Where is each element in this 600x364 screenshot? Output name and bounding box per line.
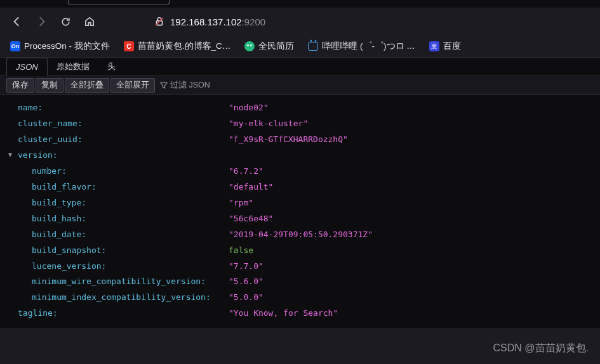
json-row[interactable]: build_type:"rpm" (6, 195, 594, 211)
json-row[interactable]: ▼version: (6, 148, 594, 164)
expand-all-button[interactable]: 全部展开 (110, 78, 155, 93)
json-value: "default" (229, 179, 273, 195)
json-value: "f_X9sR-GTfCXHARRDozzhQ" (229, 132, 348, 148)
svg-line-1 (156, 18, 163, 25)
json-value: "2019-04-29T09:05:50.290371Z" (229, 227, 373, 243)
json-key: name (18, 100, 37, 116)
bookmark-csdn[interactable]: C 苗苗奶黄包.的博客_C… (124, 41, 231, 52)
bookmark-label: 苗苗奶黄包.的博客_C… (138, 41, 231, 52)
json-value: "5.0.0" (229, 290, 263, 306)
watermark: CSDN @苗苗奶黄包. (493, 342, 589, 355)
json-row[interactable]: lucene_version:"7.7.0" (6, 259, 594, 275)
json-row[interactable]: minimum_wire_compatibility_version:"5.6.… (6, 274, 594, 290)
csdn-icon: C (124, 41, 134, 51)
json-key: build_snapshot (32, 243, 102, 259)
json-row[interactable]: tagline:"You Know, for Search" (6, 306, 594, 322)
bookmark-bilibili[interactable]: 哔哩哔哩 (゜-゜)つロ … (308, 41, 415, 52)
json-key: cluster_uuid (18, 132, 77, 148)
resume-icon (244, 41, 255, 51)
json-key: lucene_version (32, 259, 102, 275)
json-row[interactable]: build_date:"2019-04-29T09:05:50.290371Z" (6, 227, 594, 243)
json-key: minimum_wire_compatibility_version (32, 274, 201, 290)
collapse-toggle[interactable]: ▼ (6, 148, 14, 164)
json-key: number (32, 164, 62, 179)
bookmarks-bar: On ProcessOn - 我的文件 C 苗苗奶黄包.的博客_C… 全民简历 … (0, 36, 600, 57)
save-button[interactable]: 保存 (6, 78, 34, 93)
active-tab-outline (68, 0, 170, 4)
json-value: "rpm" (229, 195, 253, 211)
json-key: build_type (32, 195, 81, 211)
forward-button[interactable] (30, 11, 52, 32)
json-key: build_hash (32, 211, 81, 227)
back-button[interactable] (6, 11, 28, 32)
json-key: cluster_name (18, 116, 77, 132)
home-button[interactable] (79, 11, 100, 32)
json-key: build_flavor (32, 179, 91, 195)
bookmark-label: 哔哩哔哩 (゜-゜)つロ … (322, 41, 415, 52)
bookmark-baidu[interactable]: 度 百度 (429, 41, 461, 52)
url-bar[interactable]: 192.168.137.102:9200 (154, 11, 594, 32)
json-value: "7.7.0" (229, 259, 263, 275)
json-row[interactable]: minimum_index_compatibility_version:"5.0… (6, 290, 594, 306)
collapse-all-button[interactable]: 全部折叠 (65, 78, 109, 93)
json-key: build_date (32, 227, 81, 243)
tab-headers[interactable]: 头 (98, 58, 124, 75)
json-value: "my-elk-cluster" (229, 116, 308, 132)
funnel-icon (160, 82, 168, 89)
bookmark-processon[interactable]: On ProcessOn - 我的文件 (10, 41, 110, 52)
json-row[interactable]: name:"node02" (6, 100, 594, 116)
json-value: false (229, 243, 253, 259)
bookmark-label: ProcessOn - 我的文件 (24, 41, 110, 52)
json-row[interactable]: cluster_name:"my-elk-cluster" (6, 116, 594, 132)
json-value: "You Know, for Search" (229, 306, 338, 322)
bookmark-label: 百度 (443, 41, 461, 52)
tab-json[interactable]: JSON (6, 58, 48, 76)
baidu-icon: 度 (429, 41, 439, 51)
bookmark-resume[interactable]: 全民简历 (244, 41, 294, 52)
insecure-lock-icon (154, 16, 165, 27)
json-viewer: name:"node02" cluster_name:"my-elk-clust… (0, 95, 600, 328)
json-key: tagline (18, 306, 53, 322)
url-text: 192.168.137.102:9200 (170, 16, 265, 27)
json-row[interactable]: build_snapshot:false (6, 243, 594, 259)
viewer-tabs: JSON 原始数据 头 (0, 57, 600, 76)
json-row[interactable]: build_hash:"56c6e48" (6, 211, 594, 227)
reload-button[interactable] (55, 11, 76, 32)
json-value: "56c6e48" (229, 211, 273, 227)
json-row[interactable]: cluster_uuid:"f_X9sR-GTfCXHARRDozzhQ" (6, 132, 594, 148)
url-host: 192.168.137.102 (170, 16, 242, 27)
bilibili-icon (308, 42, 318, 51)
nav-toolbar: 192.168.137.102:9200 (0, 8, 600, 36)
json-key: minimum_index_compatibility_version (32, 290, 206, 306)
json-row[interactable]: build_flavor:"default" (6, 179, 594, 195)
tab-strip (0, 0, 600, 8)
filter-placeholder: 过滤 JSON (170, 80, 210, 91)
tab-raw[interactable]: 原始数据 (48, 58, 98, 75)
processon-icon: On (10, 41, 20, 51)
filter-input[interactable]: 过滤 JSON (160, 80, 210, 91)
bookmark-label: 全民简历 (258, 41, 294, 52)
json-value: "5.6.0" (229, 274, 263, 290)
json-key: version (18, 148, 53, 164)
copy-button[interactable]: 复制 (36, 78, 63, 93)
json-value: "6.7.2" (229, 164, 263, 179)
url-port: :9200 (242, 16, 266, 27)
json-toolbar: 保存 复制 全部折叠 全部展开 过滤 JSON (0, 76, 600, 95)
json-row[interactable]: number:"6.7.2" (6, 164, 594, 179)
json-value: "node02" (229, 100, 269, 116)
